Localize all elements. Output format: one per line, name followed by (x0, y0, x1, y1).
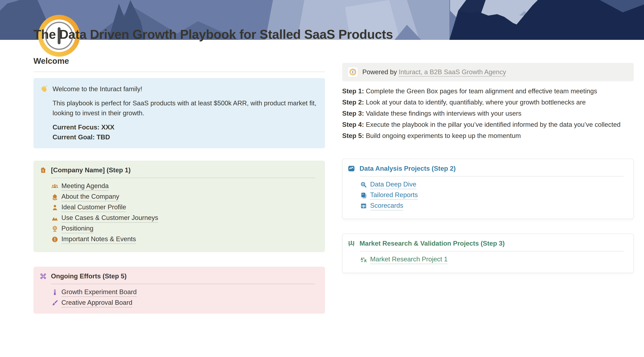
house-waves-icon (51, 193, 58, 201)
step-label: Step 1: (342, 88, 364, 95)
powered-by-prefix: Powered by (362, 68, 397, 76)
welcome-callout: Welcome to the Inturact family! This pla… (34, 78, 325, 148)
mountains-icon (51, 214, 58, 222)
market-research-items: Market Research Project 1 (360, 254, 624, 265)
market-research-title: Market Research & Validation Projects (S… (360, 238, 504, 248)
step-text: Complete the Green Box pages for team al… (364, 88, 597, 95)
page-link-label: Meeting Agenda (62, 182, 109, 191)
page-link-important-notes[interactable]: Important Notes & Events (51, 234, 315, 245)
page-link-creative-approval-board[interactable]: Creative Approval Board (51, 298, 315, 308)
page-link-label: Scorecards (370, 202, 403, 210)
step-label: Step 2: (342, 99, 364, 106)
page-link-label: Data Deep Dive (370, 180, 416, 189)
ongoing-box-divider (51, 284, 315, 284)
svg-text:A+: A+ (362, 193, 364, 195)
step-text: Validate these findings with interviews … (364, 110, 522, 117)
groups-icon (51, 183, 58, 190)
page-link-scorecards[interactable]: Scorecards (360, 201, 624, 211)
page-link-use-cases[interactable]: Use Cases & Customer Journeys (51, 213, 315, 223)
page-link-about-the-company[interactable]: About the Company (51, 192, 315, 202)
translate-icon (360, 256, 367, 263)
page-link-label: Market Research Project 1 (370, 255, 448, 264)
ongoing-box-title: Ongoing Efforts (Step 5) (51, 271, 127, 281)
step-4: Step 4: Execute the playbook in the pill… (342, 119, 634, 130)
wave-emoji-icon (40, 84, 48, 93)
page-link-ideal-customer-profile[interactable]: Ideal Customer Profile (51, 202, 315, 213)
page-link-market-research-project-1[interactable]: Market Research Project 1 (360, 254, 624, 265)
right-column: Powered by Inturact, a B2B SaaS Growth A… (342, 55, 634, 273)
powered-by-text: Powered by Inturact, a B2B SaaS Growth A… (362, 67, 506, 77)
page-link-label: Important Notes & Events (62, 235, 136, 244)
company-box-heading: [Company Name] (Step 1) (39, 165, 315, 175)
page-link-label: Positioning (62, 225, 94, 233)
data-analysis-heading: Data Analysis Projects (Step 2) (348, 164, 624, 174)
cracked-house-icon (39, 166, 47, 174)
paintbrush-icon (51, 299, 58, 307)
page-link-meeting-agenda[interactable]: Meeting Agenda (51, 181, 315, 192)
welcome-heading: Welcome (34, 55, 325, 67)
step-3: Step 3: Validate these findings with int… (342, 108, 634, 119)
market-research-card: Market Research & Validation Projects (S… (342, 234, 634, 273)
powered-by-callout: Powered by Inturact, a B2B SaaS Growth A… (342, 63, 634, 81)
company-box-items: Meeting Agenda About (51, 181, 315, 245)
company-box: [Company Name] (Step 1) (34, 161, 325, 252)
page-link-label: About the Company (62, 193, 119, 201)
inturact-agency-link[interactable]: Inturact, a B2B SaaS Growth Agency (399, 68, 506, 77)
data-analysis-divider (360, 176, 624, 177)
welcome-divider (34, 72, 325, 72)
company-box-divider (51, 178, 315, 178)
step-label: Step 5: (342, 132, 364, 139)
alert-icon (51, 236, 58, 243)
globe-icon (51, 225, 58, 232)
page-link-positioning[interactable]: Positioning (51, 223, 315, 234)
page-link-label: Tailored Reports (370, 191, 418, 200)
market-research-heading: Market Research & Validation Projects (S… (348, 238, 624, 248)
page-link-label: Creative Approval Board (62, 299, 132, 307)
current-focus-line: Current Focus: XXX (52, 122, 318, 132)
command-icon (39, 272, 47, 280)
page-link-tailored-reports[interactable]: A+ Tailored Reports (360, 190, 624, 201)
page-link-label: Ideal Customer Profile (62, 203, 126, 212)
welcome-line: Welcome to the Inturact family! (52, 84, 318, 94)
step-5: Step 5: Build ongoing experiments to kee… (342, 130, 634, 141)
meeting-room-icon (348, 240, 355, 247)
ongoing-box-heading: Ongoing Efforts (Step 5) (39, 271, 315, 281)
inturact-logo-small (348, 67, 358, 77)
page-link-growth-experiment-board[interactable]: Growth Experiment Board (51, 287, 315, 298)
left-column: Welcome (34, 55, 325, 314)
ongoing-efforts-box: Ongoing Efforts (Step 5) Growth Experime… (34, 267, 325, 314)
page-link-data-deep-dive[interactable]: Data Deep Dive (360, 179, 624, 190)
page-title: The Data Driven Growth Playbook for Stal… (34, 25, 634, 44)
person-icon (51, 204, 58, 211)
step-label: Step 3: (342, 110, 364, 117)
page-content: The Data Driven Growth Playbook for Stal… (0, 25, 634, 314)
two-column-layout: Welcome (34, 55, 634, 314)
report-card-icon: A+ (360, 192, 367, 199)
step-text: Build ongoing experiments to keep up the… (364, 132, 521, 139)
table-icon (360, 202, 367, 210)
data-analysis-items: Data Deep Dive A+ Tailored Reports (360, 179, 624, 211)
ongoing-box-items: Growth Experiment Board Creative Approva… (51, 287, 315, 308)
thermometer-icon (51, 289, 58, 296)
data-analysis-title: Data Analysis Projects (Step 2) (360, 164, 456, 174)
data-analysis-card: Data Analysis Projects (Step 2) (342, 159, 634, 219)
line-chart-icon (348, 165, 355, 172)
market-research-divider (360, 251, 624, 251)
zoom-in-icon (360, 181, 367, 188)
step-label: Step 4: (342, 121, 364, 128)
company-box-title: [Company Name] (Step 1) (51, 165, 130, 175)
welcome-callout-body: Welcome to the Inturact family! This pla… (52, 84, 318, 142)
steps-list: Step 1: Complete the Green Box pages for… (342, 86, 634, 141)
step-1: Step 1: Complete the Green Box pages for… (342, 86, 634, 97)
step-2: Step 2: Look at your data to identify, q… (342, 97, 634, 108)
welcome-paragraph: This playbook is perfect for SaaS produc… (52, 98, 318, 118)
page-link-label: Use Cases & Customer Journeys (62, 214, 158, 223)
current-goal-line: Current Goal: TBD (52, 132, 318, 142)
step-text: Execute the playbook in the pillar you’v… (364, 121, 620, 128)
page-link-label: Growth Experiment Board (62, 288, 137, 297)
step-text: Look at your data to identify, quantifia… (364, 99, 586, 106)
